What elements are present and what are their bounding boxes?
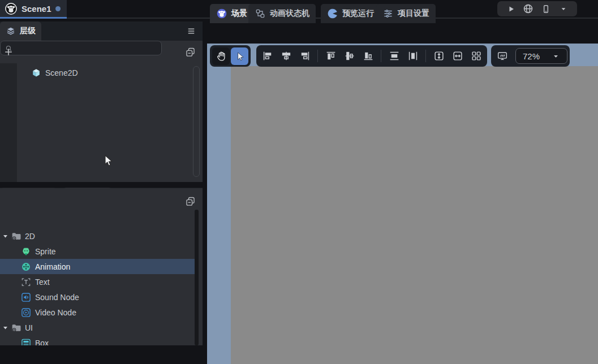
distribute-horizontal-button[interactable] [404,47,421,65]
screen-ruler-icon[interactable] [493,47,511,65]
tree-item-label: UI [25,323,33,332]
toolbar-align-tools [256,45,487,67]
tab-scene[interactable]: 场景 [210,4,253,23]
zoom-level-dropdown[interactable]: 72% [515,48,567,64]
tree-item-scene2d[interactable]: Scene2D [17,65,193,80]
scene-monkey-icon [216,8,227,19]
tree-item-video-node[interactable]: Video Node [0,305,195,320]
monkey-logo-icon [5,2,18,15]
run-controls-group [497,1,577,16]
tree-item-label: Text [35,278,50,287]
tab-preview-run[interactable]: 预览运行 [321,4,380,23]
tree-item-label: Scene2D [45,68,78,77]
toolbar-separator [425,50,426,62]
mobile-run-button[interactable] [539,2,553,16]
hierarchy-search-field[interactable] [0,41,162,55]
fit-height-button[interactable] [430,47,448,65]
tree-item-label: Box [35,339,49,346]
chevron-down-icon [552,52,560,60]
tree-group-ui[interactable]: UI [0,320,195,335]
project-settings-tab-label: 项目设置 [398,8,429,19]
tab-hierarchy[interactable]: 层级 [0,21,41,41]
tree-item-text[interactable]: Text [0,274,195,289]
layers-icon [6,26,16,36]
tree-item-animation[interactable]: Animation [0,259,195,274]
folder-2d-icon [11,231,22,242]
hierarchy-scrollbar[interactable] [193,66,200,177]
fit-width-button[interactable] [449,47,466,65]
sound-node-icon [20,292,32,303]
hierarchy-panel: Scene2D [0,41,203,182]
search-input[interactable] [16,44,157,53]
toolbar-nav-tools [210,45,251,67]
select-tool[interactable] [231,47,248,65]
animation-icon [20,261,32,272]
collapse-all-icon[interactable] [183,45,197,59]
align-top-button[interactable] [322,47,339,65]
mouse-cursor [104,155,115,167]
scene-tab-label: 场景 [231,8,247,19]
scene-rect[interactable] [231,66,598,364]
tab-animation-state-machine[interactable]: 动画状态机 [248,4,316,23]
folder-ui-icon [11,322,22,333]
tree-item-label: Sprite [35,247,56,256]
settings-sliders-icon [382,8,394,19]
preview-run-icon [327,8,338,19]
hierarchy-gutter [0,63,17,182]
pan-hand-tool[interactable] [212,47,230,65]
zoom-level-value: 72% [523,51,540,61]
align-center-vertical-button[interactable] [341,47,358,65]
toolbar-separator [317,50,318,62]
align-left-button[interactable] [259,47,276,65]
align-right-button[interactable] [296,47,313,65]
tree-item-label: Animation [35,262,70,271]
sprite-icon [20,246,32,257]
toolbar-zoom-group: 72% [491,45,570,67]
tile-grid-button[interactable] [467,47,485,65]
tree-item-label: Video Node [35,308,76,317]
animation-state-machine-tab-label: 动画状态机 [270,8,309,19]
scene-tab-label: Scene1 [21,4,51,14]
caret-down-icon[interactable] [2,324,9,331]
add-node-button[interactable] [2,45,15,59]
toolbar-separator [381,50,381,62]
tree-item-sprite[interactable]: Sprite [0,244,195,259]
state-machine-icon [255,8,266,19]
tree-item-sound-node[interactable]: Sound Node [0,289,195,305]
caret-down-icon[interactable] [2,232,9,240]
hierarchy-panel-header: 层级 [0,21,203,41]
box-icon [20,337,32,346]
play-button[interactable] [504,2,518,16]
tree-item-label: Sound Node [35,293,79,302]
hierarchy-menu-button[interactable] [184,24,198,38]
unsaved-indicator-dot [55,6,61,11]
tree-item-box[interactable]: Box [0,335,195,345]
tree-group-2d[interactable]: 2D [0,228,195,244]
hierarchy-tab-label: 层级 [20,26,36,36]
align-center-horizontal-button[interactable] [277,47,295,65]
scene-file-tab[interactable]: Scene1 [0,0,67,18]
distribute-vertical-button[interactable] [385,47,403,65]
tree-item-label: 2D [25,232,35,241]
align-bottom-button[interactable] [359,47,377,65]
tab-project-settings[interactable]: 项目设置 [376,4,436,23]
run-options-chevron[interactable] [556,2,571,16]
collapse-all-icon[interactable] [183,194,197,208]
text-icon [20,276,32,288]
widgets-scrollbar[interactable] [195,210,199,345]
scene2d-cube-icon [31,67,42,79]
widgets-panel: 2D Sprite Animation [0,188,203,345]
web-run-button[interactable] [521,2,536,16]
video-node-icon [20,307,32,318]
scene-viewport[interactable]: 72% [207,44,598,364]
preview-run-tab-label: 预览运行 [342,8,374,19]
